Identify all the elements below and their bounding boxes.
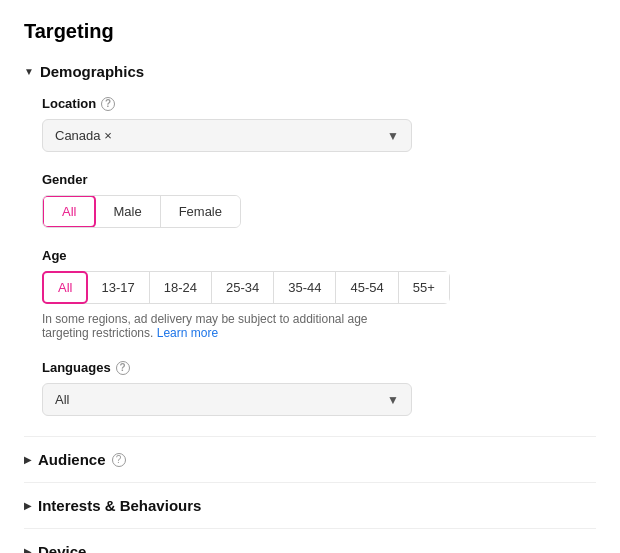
age-label: Age [42, 248, 596, 263]
location-help-icon[interactable]: ? [101, 97, 115, 111]
audience-label: Audience [38, 451, 106, 468]
demographics-label: Demographics [40, 63, 144, 80]
audience-arrow-icon: ▶ [24, 454, 32, 465]
gender-female-button[interactable]: Female [161, 196, 240, 227]
gender-male-button[interactable]: Male [95, 196, 160, 227]
age-25-34-button[interactable]: 25-34 [212, 272, 274, 303]
age-learn-more-link[interactable]: Learn more [157, 326, 218, 340]
languages-group: Languages ? All ▼ [42, 360, 596, 416]
page-title: Targeting [24, 20, 596, 43]
audience-section[interactable]: ▶ Audience ? [24, 436, 596, 482]
languages-help-icon[interactable]: ? [116, 361, 130, 375]
gender-group: Gender All Male Female [42, 172, 596, 228]
interests-arrow-icon: ▶ [24, 500, 32, 511]
demographics-toggle[interactable]: ▼ Demographics [24, 63, 596, 80]
age-toggle-group: All 13-17 18-24 25-34 35-44 45-54 55+ [42, 271, 450, 304]
audience-help-icon[interactable]: ? [112, 453, 126, 467]
demographics-content: Location ? Canada × ▼ Gender All Male Fe… [24, 96, 596, 416]
gender-label: Gender [42, 172, 596, 187]
gender-all-button[interactable]: All [42, 195, 96, 228]
age-group: Age All 13-17 18-24 25-34 35-44 45-54 55… [42, 248, 596, 340]
age-35-44-button[interactable]: 35-44 [274, 272, 336, 303]
age-all-button[interactable]: All [42, 271, 88, 304]
gender-toggle-group: All Male Female [42, 195, 241, 228]
device-arrow-icon: ▶ [24, 546, 32, 553]
collapsed-sections: ▶ Audience ? ▶ Interests & Behaviours ▶ … [24, 436, 596, 553]
age-restriction-note: In some regions, ad delivery may be subj… [42, 312, 412, 340]
age-45-54-button[interactable]: 45-54 [336, 272, 398, 303]
location-value: Canada × [55, 128, 112, 143]
location-label: Location ? [42, 96, 596, 111]
age-55-plus-button[interactable]: 55+ [399, 272, 449, 303]
location-chevron-icon: ▼ [387, 129, 399, 143]
age-13-17-button[interactable]: 13-17 [87, 272, 149, 303]
interests-label: Interests & Behaviours [38, 497, 201, 514]
demographics-section: ▼ Demographics Location ? Canada × ▼ Gen… [24, 63, 596, 416]
location-group: Location ? Canada × ▼ [42, 96, 596, 152]
location-dropdown[interactable]: Canada × ▼ [42, 119, 412, 152]
languages-dropdown[interactable]: All ▼ [42, 383, 412, 416]
languages-value: All [55, 392, 69, 407]
languages-label: Languages ? [42, 360, 596, 375]
device-section[interactable]: ▶ Device [24, 528, 596, 553]
interests-section[interactable]: ▶ Interests & Behaviours [24, 482, 596, 528]
device-label: Device [38, 543, 86, 553]
demographics-arrow: ▼ [24, 66, 34, 77]
languages-chevron-icon: ▼ [387, 393, 399, 407]
age-18-24-button[interactable]: 18-24 [150, 272, 212, 303]
